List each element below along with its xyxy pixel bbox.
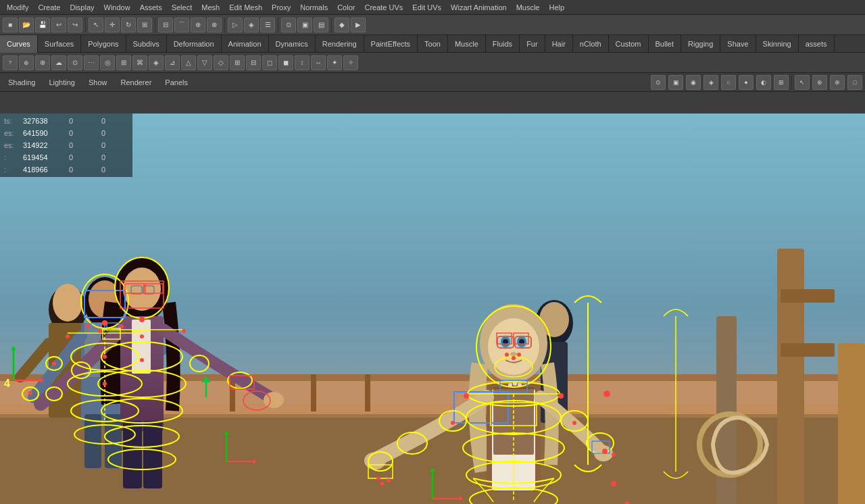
menu-item-create-uvs[interactable]: Create UVs — [360, 2, 407, 13]
shelf-btn-2[interactable]: ⊕ — [19, 55, 34, 70]
renderer-menu[interactable]: Renderer — [115, 76, 157, 89]
menu-item-modify[interactable]: Modify — [3, 2, 32, 13]
menu-item-create[interactable]: Create — [34, 2, 64, 13]
menu-item-display[interactable]: Display — [66, 2, 98, 13]
tab-animation[interactable]: Animation — [222, 35, 269, 53]
viewport-icon-2[interactable]: ⊕ — [812, 75, 827, 90]
viewport-display-btn-8[interactable]: ⊞ — [774, 75, 789, 90]
redo-button[interactable]: ↪ — [68, 18, 82, 32]
stat-z2-5: 0 — [101, 163, 128, 176]
undo-button[interactable]: ↩ — [51, 18, 66, 32]
persp-cam[interactable]: ⊙ — [281, 18, 296, 32]
scale-tool[interactable]: ⊞ — [137, 18, 152, 32]
shelf-btn-12[interactable]: △ — [181, 55, 196, 70]
tab-toon[interactable]: Toon — [418, 35, 448, 53]
snap-curve[interactable]: ⌒ — [174, 18, 189, 32]
tab-curves[interactable]: Curves — [0, 35, 38, 53]
tab-rigging[interactable]: Rigging — [681, 35, 720, 53]
menu-item-edit-mesh[interactable]: Edit Mesh — [225, 2, 266, 13]
shelf-btn-14[interactable]: ◇ — [214, 55, 228, 70]
tab-fluids[interactable]: Fluids — [486, 35, 520, 53]
tab-fur[interactable]: Fur — [520, 35, 545, 53]
snap-point[interactable]: ⊕ — [191, 18, 205, 32]
tab-muscle[interactable]: Muscle — [448, 35, 486, 53]
ipr-render[interactable]: ◈ — [244, 18, 259, 32]
menu-item-select[interactable]: Select — [168, 2, 197, 13]
viewport-icon-4[interactable]: □ — [847, 75, 862, 90]
menu-item-assets[interactable]: Assets — [136, 2, 166, 13]
shelf-btn-17[interactable]: ◻ — [262, 55, 277, 70]
stat-label-1: ts: — [4, 115, 18, 127]
tab-custom[interactable]: Custom — [609, 35, 649, 53]
viewport-display-btn-2[interactable]: ▣ — [668, 75, 683, 90]
tab-ncloth[interactable]: nCloth — [573, 35, 609, 53]
tab-subdivs[interactable]: Subdivs — [126, 35, 167, 53]
shelf-btn-1[interactable]: ? — [3, 55, 18, 70]
viewport-icon-3[interactable]: ⊗ — [830, 75, 845, 90]
shelf-btn-3[interactable]: ⊗ — [35, 55, 50, 70]
menu-item-color[interactable]: Color — [333, 2, 359, 13]
select-tool[interactable]: ↖ — [89, 18, 103, 32]
shelf-btn-18[interactable]: ◼ — [278, 55, 293, 70]
shelf-btn-10[interactable]: ◈ — [149, 55, 164, 70]
menu-item-edit-uvs[interactable]: Edit UVs — [408, 2, 445, 13]
tab-rendering[interactable]: Rendering — [316, 35, 364, 53]
shelf-btn-15[interactable]: ⊞ — [230, 55, 245, 70]
shelf-btn-13[interactable]: ▽ — [197, 55, 212, 70]
menu-item-window[interactable]: Window — [100, 2, 134, 13]
stat-z1-2: 0 — [69, 127, 96, 139]
menu-item-normals[interactable]: Normals — [296, 2, 332, 13]
tab-surfaces[interactable]: Surfaces — [38, 35, 81, 53]
viewport-icon-1[interactable]: ↖ — [795, 75, 810, 90]
tab-shave[interactable]: Shave — [720, 35, 756, 53]
new-scene-button[interactable]: ■ — [3, 18, 18, 32]
tab-polygons[interactable]: Polygons — [81, 35, 126, 53]
tab-bullet[interactable]: Bullet — [649, 35, 682, 53]
shelf-btn-7[interactable]: ◎ — [100, 55, 115, 70]
move-tool[interactable]: ✛ — [105, 18, 120, 32]
viewport-display-btn-1[interactable]: ⊙ — [651, 75, 666, 90]
shelf-btn-6[interactable]: ⋯ — [84, 55, 99, 70]
snap-view[interactable]: ⊗ — [207, 18, 222, 32]
shading-menu[interactable]: Shading — [3, 76, 41, 89]
lighting-menu[interactable]: Lighting — [43, 76, 80, 89]
show-menu[interactable]: Show — [83, 76, 113, 89]
shelf-btn-21[interactable]: ✦ — [327, 55, 342, 70]
tab-deformation[interactable]: Deformation — [167, 35, 222, 53]
save-button[interactable]: 💾 — [35, 18, 50, 32]
panels-menu[interactable]: Panels — [159, 76, 193, 89]
menu-item-muscle[interactable]: Muscle — [512, 2, 544, 13]
viewport-display-btn-5[interactable]: ○ — [721, 75, 736, 90]
tab-hair[interactable]: Hair — [545, 35, 573, 53]
shelf-btn-22[interactable]: ✧ — [343, 55, 358, 70]
front-cam[interactable]: ▣ — [297, 18, 312, 32]
menu-item-mesh[interactable]: Mesh — [197, 2, 224, 13]
menu-item-wizart[interactable]: Wizart Animation — [447, 2, 511, 13]
shelf-btn-4[interactable]: ☁ — [51, 55, 66, 70]
snap-grid[interactable]: ⊟ — [158, 18, 173, 32]
open-button[interactable]: 📂 — [19, 18, 34, 32]
viewport-display-btn-4[interactable]: ◈ — [703, 75, 718, 90]
shelf-btn-5[interactable]: ⊙ — [68, 55, 82, 70]
shelf-btn-19[interactable]: ↕ — [295, 55, 310, 70]
tab-dynamics[interactable]: Dynamics — [269, 35, 316, 53]
tab-assets[interactable]: assets — [799, 35, 835, 53]
playback-btn[interactable]: ▶ — [351, 18, 366, 32]
viewport-display-btn-6[interactable]: ● — [739, 75, 753, 90]
rotate-tool[interactable]: ↻ — [121, 18, 136, 32]
side-cam[interactable]: ▤ — [314, 18, 328, 32]
shelf-btn-9[interactable]: ⌘ — [132, 55, 147, 70]
shelf-btn-16[interactable]: ⊟ — [246, 55, 261, 70]
shelf-btn-20[interactable]: ↔ — [311, 55, 326, 70]
menu-item-proxy[interactable]: Proxy — [268, 2, 295, 13]
viewport-display-btn-3[interactable]: ◉ — [686, 75, 701, 90]
tab-skinning[interactable]: Skinning — [756, 35, 799, 53]
menu-item-help[interactable]: Help — [545, 2, 568, 13]
shelf-btn-11[interactable]: ⊿ — [165, 55, 180, 70]
display-options[interactable]: ☰ — [260, 18, 275, 32]
render-button[interactable]: ▷ — [228, 18, 243, 32]
shelf-btn-8[interactable]: ⊞ — [116, 55, 131, 70]
keyframe-btn[interactable]: ◆ — [335, 18, 349, 32]
viewport-display-btn-7[interactable]: ◐ — [756, 75, 771, 90]
tab-painteffects[interactable]: PaintEffects — [364, 35, 418, 53]
